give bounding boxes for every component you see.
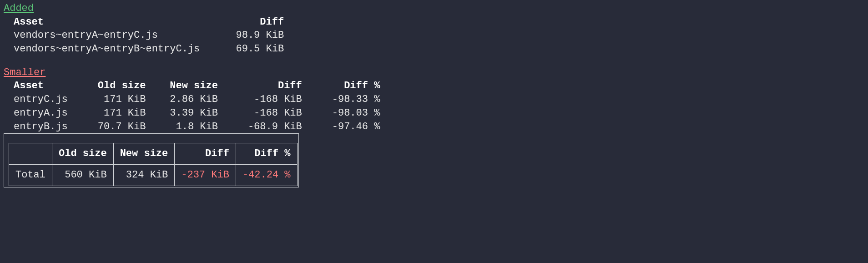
smaller-col-old: Old size — [80, 80, 146, 91]
summary-col-new: New size — [113, 143, 175, 165]
summary-col-blank — [9, 143, 52, 165]
summary-col-diffp: Diff % — [236, 143, 297, 165]
summary-total-row: Total 560 KiB 324 KiB -237 KiB -42.24 % — [9, 164, 298, 186]
summary-total-diff: -237 KiB — [175, 164, 236, 186]
added-table: Asset Diff vendors~entryA~entryC.js 98.9… — [4, 15, 864, 56]
smaller-col-diff: Diff — [218, 80, 302, 91]
smaller-table: Asset Old size New size Diff Diff % entr… — [4, 79, 864, 133]
terminal-output: Added Asset Diff vendors~entryA~entryC.j… — [0, 0, 868, 198]
added-col-diff: Diff — [212, 16, 284, 28]
smaller-col-asset: Asset — [14, 80, 80, 91]
summary-total-label: Total — [9, 164, 52, 186]
smaller-row: entryA.js 171 KiB 3.39 KiB -168 KiB -98.… — [14, 107, 380, 119]
smaller-col-new: New size — [146, 80, 217, 91]
added-row: vendors~entryA~entryC.js 98.9 KiB — [14, 30, 284, 41]
summary-total-old: 560 KiB — [52, 164, 114, 186]
added-row: vendors~entryA~entryB~entryC.js 69.5 KiB — [14, 43, 284, 55]
summary-total-diffp: -42.24 % — [236, 164, 297, 186]
summary-col-diff: Diff — [175, 143, 236, 165]
smaller-row: entryC.js 171 KiB 2.86 KiB -168 KiB -98.… — [14, 94, 380, 105]
added-col-asset: Asset — [14, 16, 212, 28]
summary-table: Old size New size Diff Diff % Total 560 … — [4, 133, 299, 187]
summary-total-new: 324 KiB — [113, 164, 175, 186]
smaller-row: entryB.js 70.7 KiB 1.8 KiB -68.9 KiB -97… — [14, 121, 380, 132]
smaller-col-diffp: Diff % — [302, 80, 380, 91]
added-header: Added — [4, 2, 864, 15]
summary-header-row: Old size New size Diff Diff % — [9, 143, 298, 165]
smaller-header: Smaller — [4, 66, 864, 80]
summary-col-old: Old size — [52, 143, 114, 165]
